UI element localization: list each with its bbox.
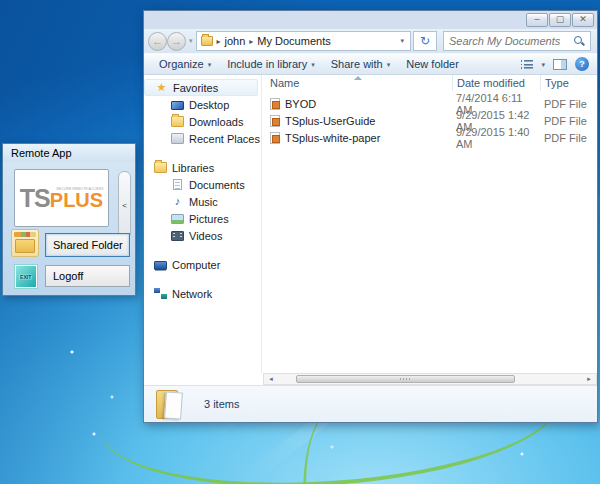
music-label: Music: [189, 196, 218, 208]
breadcrumb-john[interactable]: john: [225, 35, 246, 47]
pdf-file-icon: [270, 132, 280, 144]
scrollbar-track[interactable]: [278, 374, 582, 384]
scrollbar-row: ◂ ▸: [144, 373, 597, 385]
organize-menu[interactable]: Organize ▾: [152, 56, 220, 72]
file-type-cell: PDF File: [540, 132, 597, 144]
sidebar-item-desktop[interactable]: Desktop: [144, 96, 261, 113]
sidebar-item-favorites[interactable]: ★ Favorites: [144, 79, 258, 96]
sidebar-item-pictures[interactable]: Pictures: [144, 210, 261, 227]
file-rows: BYOD 7/4/2014 6:11 AM PDF File TSplus-Us…: [262, 95, 597, 146]
shared-folder-icon[interactable]: [11, 229, 39, 257]
new-folder-button[interactable]: New folder: [399, 56, 468, 72]
details-pane: 3 items: [144, 385, 597, 422]
file-name-cell: BYOD: [262, 98, 452, 110]
desktop-icon: [171, 101, 184, 110]
folder-preview-icon: [156, 389, 186, 419]
file-list-pane: Name Date modified Type BYOD 7/4/2014 6:…: [262, 75, 597, 373]
search-input[interactable]: [449, 35, 574, 47]
breadcrumb-my-documents[interactable]: My Documents: [257, 35, 330, 47]
exit-icon-label: EXIT: [19, 274, 32, 279]
horizontal-scrollbar[interactable]: ◂ ▸: [263, 373, 597, 385]
back-button[interactable]: ←: [148, 32, 167, 51]
sidebar-item-documents[interactable]: Documents: [144, 176, 261, 193]
sidebar-item-network[interactable]: Network: [144, 285, 261, 302]
folder-icon: [201, 36, 213, 46]
file-name: BYOD: [285, 98, 316, 110]
videos-label: Videos: [189, 230, 222, 242]
logo-ts-text: TS: [20, 184, 50, 212]
sidebar-item-computer[interactable]: Computer: [144, 256, 261, 273]
history-dropdown-icon[interactable]: ▾: [189, 37, 193, 45]
sidebar-item-recent-places[interactable]: Recent Places: [144, 130, 261, 147]
screen: – ▢ ✕ ← → ▾ ▸ john ▸ My Documents ▾ ↻: [0, 0, 600, 484]
file-row-tsplus-white-paper[interactable]: TSplus-white-paper 9/29/2015 1:40 AM PDF…: [262, 129, 597, 146]
libraries-icon: [154, 162, 167, 173]
remote-app-title: Remote App: [11, 147, 72, 159]
command-toolbar: Organize ▾ Include in library ▾ Share wi…: [144, 53, 597, 75]
file-row-byod[interactable]: BYOD 7/4/2014 6:11 AM PDF File: [262, 95, 597, 112]
address-dropdown-icon[interactable]: ▾: [396, 37, 408, 45]
recent-places-label: Recent Places: [189, 133, 260, 145]
forward-button[interactable]: →: [167, 32, 186, 51]
computer-icon: [154, 261, 167, 270]
help-icon[interactable]: ?: [575, 57, 589, 71]
logoff-exit-icon[interactable]: EXIT: [14, 264, 38, 289]
share-with-label: Share with: [331, 58, 383, 70]
sidebar-item-videos[interactable]: Videos: [144, 227, 261, 244]
organize-label: Organize: [159, 58, 204, 70]
change-view-icon[interactable]: [520, 59, 533, 69]
sidebar-gap: [144, 244, 261, 256]
explorer-titlebar[interactable]: – ▢ ✕: [144, 11, 597, 29]
computer-label: Computer: [172, 259, 220, 271]
documents-label: Documents: [189, 179, 245, 191]
sidebar-item-downloads[interactable]: Downloads: [144, 113, 261, 130]
column-header-date-modified[interactable]: Date modified: [452, 75, 540, 91]
logoff-button[interactable]: Logoff: [45, 265, 130, 287]
search-box: [443, 31, 591, 51]
pdf-file-icon: [270, 115, 280, 127]
file-name: TSplus-white-paper: [285, 132, 380, 144]
include-in-library-label: Include in library: [227, 58, 307, 70]
libraries-label: Libraries: [172, 162, 214, 174]
preview-pane-icon[interactable]: [553, 59, 567, 70]
scroll-left-icon[interactable]: ◂: [264, 374, 278, 384]
star-icon: ★: [155, 82, 168, 93]
pictures-icon: [171, 214, 184, 224]
breadcrumb-separator-icon: ▸: [217, 37, 221, 46]
scroll-right-icon[interactable]: ▸: [582, 374, 596, 384]
search-icon[interactable]: [574, 36, 585, 47]
file-row-tsplus-userguide[interactable]: TSplus-UserGuide 9/29/2015 1:42 AM PDF F…: [262, 112, 597, 129]
chevron-down-icon: ▾: [208, 61, 212, 69]
file-name: TSplus-UserGuide: [285, 115, 375, 127]
close-button[interactable]: ✕: [572, 13, 594, 27]
share-with-menu[interactable]: Share with ▾: [324, 56, 400, 72]
downloads-folder-icon: [171, 116, 184, 127]
shared-folder-button[interactable]: Shared Folder: [45, 233, 130, 257]
scrollbar-thumb[interactable]: [296, 375, 515, 383]
network-label: Network: [172, 288, 212, 300]
minimize-button[interactable]: –: [526, 13, 548, 27]
explorer-main: ★ Favorites Desktop Downloads Recent Pla…: [144, 75, 597, 373]
include-in-library-menu[interactable]: Include in library ▾: [220, 56, 324, 72]
new-folder-label: New folder: [406, 58, 459, 70]
documents-icon: [173, 179, 182, 190]
sidebar-item-music[interactable]: ♪ Music: [144, 193, 261, 210]
explorer-window: – ▢ ✕ ← → ▾ ▸ john ▸ My Documents ▾ ↻: [143, 10, 598, 423]
file-type-cell: PDF File: [540, 115, 597, 127]
sidebar-item-libraries[interactable]: Libraries: [144, 159, 261, 176]
collapse-panel-button[interactable]: <: [118, 171, 131, 239]
desktop-label: Desktop: [189, 99, 229, 111]
address-bar[interactable]: ▸ john ▸ My Documents ▾: [196, 31, 411, 51]
videos-icon: [171, 231, 184, 241]
pdf-file-icon: [270, 98, 280, 110]
network-icon: [154, 288, 167, 299]
chevron-down-icon: ▾: [311, 61, 315, 69]
view-dropdown-icon[interactable]: ▾: [541, 61, 545, 69]
remote-app-titlebar[interactable]: Remote App: [3, 144, 135, 162]
sidebar-gap: [144, 273, 261, 285]
column-header-type[interactable]: Type: [540, 75, 597, 91]
maximize-button[interactable]: ▢: [549, 13, 571, 27]
refresh-button[interactable]: ↻: [413, 31, 437, 51]
pictures-label: Pictures: [189, 213, 229, 225]
items-count: 3 items: [204, 398, 239, 410]
